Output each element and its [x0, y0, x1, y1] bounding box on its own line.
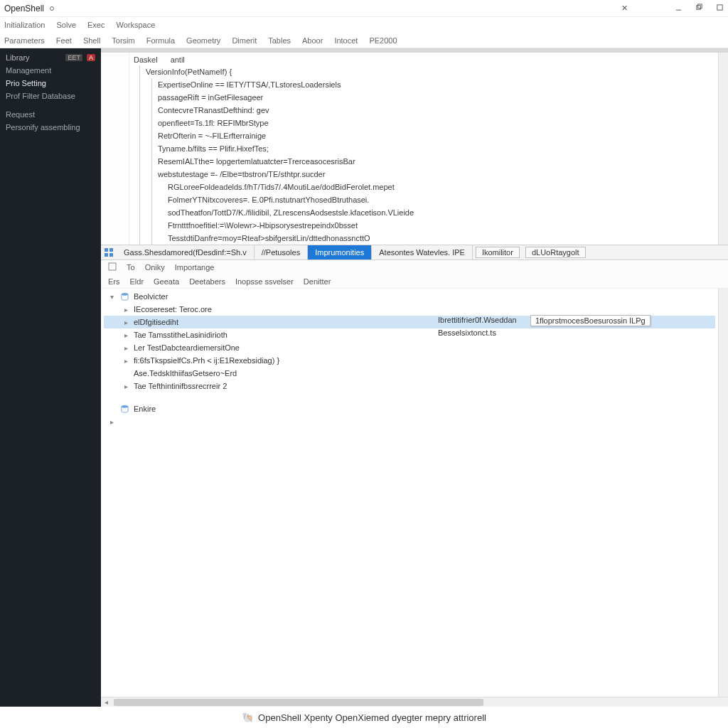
toolbar-item[interactable]: Inopsse ssvelser: [235, 277, 294, 286]
scroll-left-icon[interactable]: ◂: [101, 698, 111, 706]
sidebar-tag-alert: A: [87, 54, 95, 61]
toolbar-item[interactable]: Ers: [108, 277, 120, 286]
menu-item[interactable]: PE2000: [369, 36, 397, 45]
menu-item[interactable]: Solve: [56, 21, 76, 29]
toolbar-item[interactable]: Eldr: [130, 277, 144, 286]
expand-icon[interactable]: ▸: [122, 344, 129, 352]
close-button[interactable]: [716, 4, 724, 13]
tree-detail: Besselsixtonct.ts: [438, 328, 496, 337]
editor-tab[interactable]: //Petusoles: [255, 245, 308, 259]
sidebar-item[interactable]: Personify assembling: [0, 121, 101, 134]
tree-item[interactable]: ▸ IEcosereset: Teroc.ore: [104, 303, 715, 316]
menu-item[interactable]: Feet: [56, 36, 72, 45]
maximize-button[interactable]: [695, 4, 703, 13]
menu-item[interactable]: Formula: [146, 36, 175, 45]
tree-item[interactable]: ▸ Tae Tefthintinifbssrecrreir 2: [104, 380, 715, 392]
breadcrumb-item[interactable]: Daskel: [134, 55, 158, 64]
svg-rect-3: [717, 5, 722, 10]
code-line: FolmerYTNitxcoveres=. E.0Pfi.nstutnartYh…: [158, 193, 718, 206]
menu-item[interactable]: Dimerit: [232, 36, 257, 45]
menu-item[interactable]: Tables: [268, 36, 291, 45]
minimize-button[interactable]: [675, 4, 682, 13]
sidebar-item[interactable]: Request: [0, 108, 101, 121]
svg-rect-4: [105, 248, 108, 252]
code-line: TesstdtiDanfre=moy=Rteaf>sbifgersitLin/d…: [158, 232, 718, 245]
svg-point-9: [121, 292, 127, 295]
expand-icon[interactable]: ▸: [122, 357, 129, 365]
menu-item[interactable]: Initialization: [4, 21, 45, 29]
tree-item[interactable]: Ase.TedskIthiifasGetsero~Erd: [104, 367, 715, 380]
database-icon: [119, 291, 129, 301]
tab-list-icon[interactable]: [101, 245, 117, 259]
sidebar-tag: EET: [65, 54, 82, 61]
expand-icon[interactable]: ▸: [122, 318, 129, 326]
secondary-menu-bar: Parameters Feet Shell Torsim Formula Geo…: [0, 33, 728, 48]
expand-icon[interactable]: ▸: [122, 382, 129, 390]
panel-toolbar-secondary: Ers Eldr Geeata Deetabers Inopsse ssvels…: [101, 274, 728, 289]
vertical-scrollbar[interactable]: [718, 53, 728, 245]
editor-tab[interactable]: Ikomilitor: [476, 247, 520, 258]
code-line: VersionInfo(PetNameIf) {: [146, 65, 718, 78]
tree-label: elDfgitisediht: [134, 318, 178, 326]
tree-label: Tae TamsstitheLasinidirioth: [134, 331, 228, 339]
toolbar-item[interactable]: Deetabers: [189, 277, 225, 286]
code-line: RGLoreeFoldeadelds.f/hT/Tids7/.4MoutiLae…: [158, 181, 718, 193]
toolbar-item[interactable]: Denitter: [304, 277, 331, 286]
tree-root[interactable]: ▾ Beolvicter: [104, 290, 715, 303]
tree-item[interactable]: ▸: [104, 415, 715, 428]
help-icon[interactable]: ✕: [621, 4, 628, 13]
title-bar: OpenShell ✕: [0, 0, 728, 17]
sidebar-item[interactable]: Prof Filter Database: [0, 90, 101, 102]
code-line: ExpertiseOnline == IETY/TTSA/,TLstoresLo…: [158, 78, 718, 91]
status-bar: 🐚 OpenShell Xpenty OpenXiemed dyegter me…: [0, 707, 728, 728]
logo-icon: 🐚: [242, 712, 254, 723]
horizontal-scrollbar[interactable]: ◂: [101, 697, 728, 707]
code-line: webstutestage =- /Elbe=tbstron/TE/sthtpr…: [158, 168, 718, 181]
toolbar-item[interactable]: Geeata: [154, 277, 179, 286]
window-controls: ✕: [621, 4, 724, 13]
tooltip: 1floprstmocesBoesurossin ILPg: [530, 315, 651, 326]
breadcrumb-item[interactable]: antil: [171, 55, 185, 64]
expand-icon[interactable]: ▸: [122, 306, 129, 314]
tree-root[interactable]: Enkire: [104, 402, 715, 415]
menu-item[interactable]: Geometry: [186, 36, 220, 45]
menu-item[interactable]: Shell: [83, 36, 100, 45]
toolbar-item[interactable]: To: [127, 263, 135, 272]
svg-rect-1: [697, 6, 701, 10]
sidebar-item[interactable]: Prio Setting: [0, 77, 101, 90]
tree-item[interactable]: ▸ fi:6fsTkspsielfCs.Prh < ij:E1Rexebsidi…: [104, 354, 715, 367]
toolbar-item[interactable]: Importange: [175, 263, 215, 272]
tree-item[interactable]: ▸ Ler TestDabcteardiemersitOne: [104, 341, 715, 354]
expand-icon[interactable]: ▸: [122, 331, 129, 339]
tree-item[interactable]: ▸ Tae TamsstitheLasinidirioth: [104, 328, 715, 341]
panel-icon: [108, 262, 117, 272]
menu-item[interactable]: Aboor: [302, 36, 323, 45]
menu-item[interactable]: Intocet: [334, 36, 358, 45]
editor-tab[interactable]: Atesontes Watevles. IPE: [372, 245, 473, 259]
editor-tab[interactable]: Gass.Shesdamored(fDesdinf:=Sh.v: [117, 245, 255, 259]
main-area: Daskelantil VersionInfo(PetNameIf) { Exp…: [101, 48, 728, 707]
svg-rect-8: [109, 263, 116, 270]
editor-tab[interactable]: dLUoRtaygolt: [525, 247, 586, 258]
svg-rect-2: [698, 4, 702, 8]
sidebar-title: Library: [6, 53, 30, 62]
expand-icon[interactable]: ▸: [108, 418, 115, 426]
sidebar-item[interactable]: Management: [0, 64, 101, 77]
tree-label: Ler TestDabcteardiemersitOne: [134, 343, 240, 352]
menu-item[interactable]: Parameters: [4, 36, 45, 45]
menu-item[interactable]: Workspace: [116, 21, 155, 29]
explorer-tree[interactable]: ▾ Beolvicter ▸ IEcosereset: Teroc.ore ▸ …: [101, 289, 718, 697]
menu-item[interactable]: Exec: [87, 21, 105, 29]
tree-label: Enkire: [134, 405, 156, 413]
menu-item[interactable]: Torsim: [112, 36, 134, 45]
editor-tab-active[interactable]: Imprumonities: [308, 245, 372, 259]
breadcrumb[interactable]: Daskelantil: [134, 54, 718, 65]
vertical-scrollbar[interactable]: [718, 289, 728, 697]
svg-rect-7: [109, 253, 113, 257]
collapse-icon[interactable]: ▾: [108, 293, 115, 301]
code-line: sodTheatfon/TottD7/K./filidibil, ZLresce…: [158, 206, 718, 219]
toolbar-item[interactable]: Oniky: [145, 263, 165, 272]
tree-label: Ase.TedskIthiifasGetsero~Erd: [134, 369, 237, 378]
code-editor[interactable]: Daskelantil VersionInfo(PetNameIf) { Exp…: [101, 48, 728, 245]
scroll-thumb[interactable]: [114, 699, 483, 706]
